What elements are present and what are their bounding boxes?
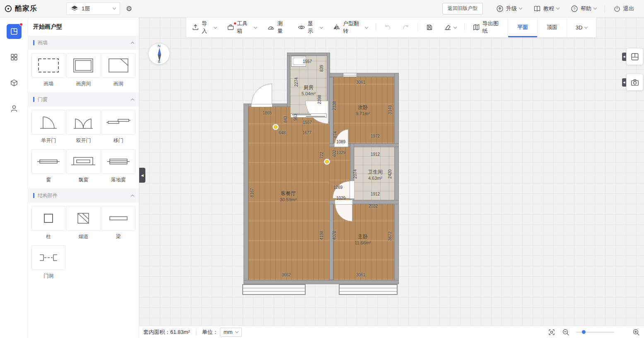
tool-item-draw-wall[interactable]: 画墙 <box>31 53 65 91</box>
dimension-label[interactable]: 1557 <box>303 120 312 125</box>
dimension-label[interactable]: 2338 <box>332 101 337 110</box>
snapshot-camera-button[interactable] <box>626 74 643 91</box>
expand-views-handle[interactable]: ◀ <box>622 53 626 61</box>
dimension-label[interactable]: 874 <box>333 131 338 138</box>
room-label-bedroom2[interactable]: 次卧9.71m² <box>356 104 370 116</box>
float-group-views: ◀ <box>622 48 643 65</box>
tool-item-draw-room[interactable]: 画房间 <box>66 53 100 91</box>
exit-button[interactable]: 退出 <box>608 5 640 12</box>
tool-item-window[interactable]: 窗 <box>31 149 65 187</box>
collapse-chevron-icon[interactable] <box>131 194 134 198</box>
back-old-version-button[interactable]: 返回旧版户型 <box>442 3 483 14</box>
chevron-down-icon <box>365 25 368 28</box>
canvas[interactable]: 导入 工具箱 测量 <box>139 17 644 326</box>
rail-models[interactable] <box>7 75 22 90</box>
tool-item-single-door[interactable]: 单开门 <box>31 110 65 147</box>
help-menu[interactable]: ? 帮助 <box>565 5 602 12</box>
dimension-label[interactable]: 8167 <box>250 188 254 197</box>
dimension-label[interactable]: 843 <box>283 116 288 123</box>
dimension-label[interactable]: 2074 <box>353 169 357 179</box>
measure-button[interactable]: 测量 <box>262 17 292 37</box>
save-button[interactable] <box>420 17 439 37</box>
room-label-living[interactable]: 客餐厅30.59m² <box>280 190 297 202</box>
display-button[interactable]: 显示 <box>292 17 328 37</box>
tool-item-door-opening[interactable]: 门洞 <box>31 245 65 283</box>
tool-item-beam[interactable]: 梁 <box>101 206 135 244</box>
dimension-label[interactable]: 4198 <box>319 231 324 240</box>
dimension-label[interactable]: 839 <box>319 65 324 72</box>
dimension-label[interactable]: 1029 <box>336 196 345 200</box>
dimension-label[interactable]: 2274 <box>294 77 299 87</box>
dimension-label[interactable]: 4078 <box>332 231 337 240</box>
zoom-out-button[interactable] <box>562 328 569 336</box>
zoom-slider[interactable] <box>576 332 614 333</box>
dimension-label[interactable]: 1029 <box>336 150 345 155</box>
panel-collapse-handle[interactable]: ◀ <box>139 168 145 183</box>
dimension-label[interactable]: 3662 <box>282 273 291 277</box>
import-button[interactable]: 导入 <box>186 17 222 37</box>
zoom-slider-knob[interactable] <box>582 330 586 334</box>
dimension-label[interactable]: 1912 <box>371 192 380 196</box>
layout-views-button[interactable] <box>626 48 643 65</box>
redo-button[interactable] <box>397 17 415 37</box>
tab-3d-view[interactable]: 3D <box>567 17 596 37</box>
dimension-label[interactable]: 3149 <box>388 105 392 114</box>
export-drawings-button[interactable]: 导出图纸 <box>467 17 508 37</box>
chevron-down-icon <box>113 6 116 10</box>
fit-screen-button[interactable] <box>548 328 555 336</box>
dimension-label[interactable]: 3061 <box>356 80 365 84</box>
dimension-label[interactable]: 963 <box>293 114 298 121</box>
tool-item-french-window[interactable]: 落地窗 <box>101 149 135 187</box>
room-label-bathroom[interactable]: 卫生间4.63m² <box>368 169 383 181</box>
tool-item-sliding-door[interactable]: 移门 <box>101 110 135 147</box>
tab-ceiling-view[interactable]: 顶面 <box>538 17 567 37</box>
expand-snapshot-handle[interactable]: ◀ <box>622 78 626 87</box>
collapse-chevron-icon[interactable] <box>131 41 134 45</box>
dimension-label[interactable]: 2032 <box>369 204 378 208</box>
dimension-label[interactable]: 3672 <box>388 232 392 241</box>
topbar-right: 返回旧版户型 升级 教程 <box>442 3 640 14</box>
tool-item-bay-window[interactable]: 飘窗 <box>66 149 100 187</box>
unit-select[interactable]: mm <box>220 328 242 337</box>
upgrade-menu[interactable]: 升级 <box>490 5 528 12</box>
rail-profile[interactable] <box>7 101 22 116</box>
section-header-walls[interactable]: 画墙 <box>28 36 139 50</box>
dimension-label[interactable]: 648 <box>279 130 286 135</box>
tutorial-menu[interactable]: 教程 <box>528 5 565 12</box>
section-header-structure[interactable]: 结构部件 <box>28 188 139 203</box>
dimension-label[interactable]: 1269 <box>333 185 343 190</box>
toolbox-button[interactable]: 工具箱 <box>222 17 262 37</box>
tool-item-double-door[interactable]: 双开门 <box>66 110 100 147</box>
settings-gear-icon[interactable]: ⚙ <box>126 5 132 13</box>
floorplan[interactable]: 1557839227423989631557186584364816773061… <box>242 52 400 297</box>
section-header-doors-windows[interactable]: 门窗 <box>28 92 139 106</box>
dimension-label[interactable]: 1912 <box>371 152 380 157</box>
dimension-label[interactable]: 1677 <box>302 130 311 135</box>
dimension-label[interactable]: 1972 <box>371 134 380 138</box>
dimension-label[interactable]: 3061 <box>356 273 365 277</box>
compass[interactable]: N S <box>148 43 170 65</box>
panel-title: 开始画户型 <box>28 17 139 36</box>
rail-floorplan-tool[interactable] <box>7 24 22 39</box>
eraser-button[interactable] <box>439 17 462 37</box>
tool-item-flue[interactable]: 烟道 <box>66 206 100 244</box>
dimension-label[interactable]: 2420 <box>388 169 392 179</box>
app-logo[interactable]: 酷家乐 <box>4 4 37 13</box>
room-label-master[interactable]: 主卧11.66m² <box>355 233 371 245</box>
flip-button[interactable]: 户型翻转 <box>328 17 373 37</box>
rail-apps[interactable] <box>7 50 22 65</box>
dimension-label[interactable]: 2398 <box>317 95 322 104</box>
dimension-label[interactable]: 1089 <box>336 140 345 144</box>
floor-selector[interactable]: 1层 <box>66 2 120 15</box>
room-label-kitchen[interactable]: 厨房5.04m² <box>301 84 316 96</box>
dimension-label[interactable]: 1557 <box>303 59 312 64</box>
tool-item-column[interactable]: 柱 <box>31 206 65 244</box>
tab-plan-view[interactable]: 平面 <box>508 17 538 37</box>
tool-item-draw-hole[interactable]: 画洞 <box>101 53 135 91</box>
zoom-in-button[interactable] <box>632 328 640 336</box>
dimension-label[interactable]: 1865 <box>263 111 272 115</box>
dimension-label[interactable]: 722 <box>319 152 324 159</box>
undo-button[interactable] <box>379 17 397 37</box>
dimension-label[interactable]: 602 <box>332 150 337 157</box>
collapse-chevron-icon[interactable] <box>131 98 134 101</box>
